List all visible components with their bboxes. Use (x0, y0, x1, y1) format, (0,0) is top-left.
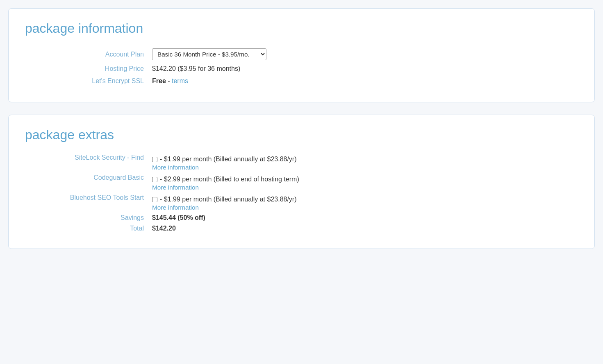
hosting-price-value: $142.20 ($3.95 for 36 months) (152, 65, 240, 72)
hosting-price-label: Hosting Price (105, 65, 144, 72)
seo-tools-description: - $1.99 per month (Billed annually at $2… (160, 196, 297, 203)
sitelock-description: - $1.99 per month (Billed annually at $2… (160, 156, 297, 163)
seo-tools-more-info-link[interactable]: More information (152, 204, 574, 211)
seo-tools-checkbox-row: - $1.99 per month (Billed annually at $2… (152, 194, 574, 203)
account-plan-label: Account Plan (105, 51, 144, 58)
account-plan-row: Account Plan Basic 36 Month Price - $3.9… (25, 46, 578, 63)
total-value: $142.20 (152, 225, 176, 232)
sitelock-checkbox[interactable] (152, 157, 157, 162)
package-extras-card: package extras SiteLock Security - Find … (8, 115, 595, 249)
sitelock-more-info-link[interactable]: More information (152, 164, 574, 171)
package-info-table: Account Plan Basic 36 Month Price - $3.9… (25, 46, 578, 87)
ssl-terms-link[interactable]: terms (172, 77, 188, 84)
codeguard-description: - $2.99 per month (Billed to end of host… (160, 176, 299, 183)
codeguard-checkbox[interactable] (152, 177, 157, 182)
codeguard-more-info-link[interactable]: More information (152, 184, 574, 191)
codeguard-label: Codeguard Basic (93, 174, 144, 181)
ssl-label: Let's Encrypt SSL (92, 77, 144, 84)
codeguard-checkbox-row: - $2.99 per month (Billed to end of host… (152, 174, 574, 183)
ssl-separator: - (166, 77, 172, 84)
sitelock-row: SiteLock Security - Find - $1.99 per mon… (25, 152, 578, 172)
savings-value: $145.44 (50% off) (152, 214, 205, 221)
seo-tools-row: Bluehost SEO Tools Start - $1.99 per mon… (25, 192, 578, 213)
package-information-card: package information Account Plan Basic 3… (8, 8, 595, 102)
seo-tools-checkbox[interactable] (152, 197, 157, 202)
ssl-free-text: Free (152, 77, 166, 84)
account-plan-dropdown[interactable]: Basic 36 Month Price - $3.95/mo.Basic 12… (152, 48, 266, 60)
hosting-price-row: Hosting Price $142.20 ($3.95 for 36 mont… (25, 63, 578, 75)
seo-tools-label: Bluehost SEO Tools Start (70, 194, 144, 201)
total-row: Total $142.20 (25, 223, 578, 234)
sitelock-label: SiteLock Security - Find (75, 154, 144, 161)
sitelock-checkbox-row: - $1.99 per month (Billed annually at $2… (152, 154, 574, 163)
ssl-row: Let's Encrypt SSL Free - terms (25, 75, 578, 87)
total-label: Total (130, 225, 144, 232)
savings-row: Savings $145.44 (50% off) (25, 213, 578, 223)
codeguard-row: Codeguard Basic - $2.99 per month (Bille… (25, 172, 578, 192)
package-extras-title: package extras (25, 127, 578, 142)
package-information-title: package information (25, 21, 578, 36)
package-extras-table: SiteLock Security - Find - $1.99 per mon… (25, 152, 578, 234)
savings-label: Savings (121, 214, 144, 221)
